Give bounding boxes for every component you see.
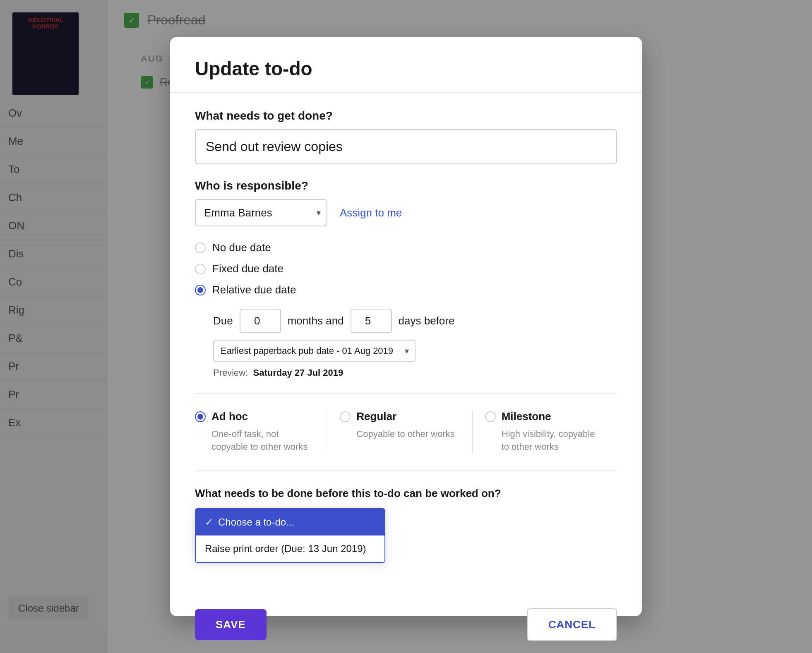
task-type-milestone-desc: High visibility, copyable to other works: [502, 428, 605, 454]
prereq-dropdown-wrapper: ✓ Choose a to-do... Raise print order (D…: [195, 508, 385, 563]
modal-title: Update to-do: [195, 58, 617, 80]
prereq-option-choose-label: Choose a to-do...: [218, 516, 294, 528]
task-type-regular-col: Regular Copyable to other works: [327, 410, 472, 454]
relative-date-row: Due months and days before Earliest pape…: [213, 309, 617, 362]
prereq-dropdown: ✓ Choose a to-do... Raise print order (D…: [195, 508, 385, 563]
responsible-section: Who is responsible? Emma Barnes John Smi…: [195, 179, 617, 226]
prereq-label: What needs to be done before this to-do …: [195, 487, 617, 500]
task-type-milestone-col: Milestone High visibility, copyable to o…: [473, 410, 617, 454]
update-todo-modal: Update to-do What needs to get done? Who…: [170, 37, 642, 616]
preview-label: Preview:: [213, 367, 248, 378]
task-type-adhoc-col: Ad hoc One-off task, not copyable to oth…: [195, 410, 327, 454]
person-select-wrapper: Emma Barnes John Smith Sarah Lee ▾: [195, 199, 327, 226]
task-type-section: Ad hoc One-off task, not copyable to oth…: [195, 393, 617, 471]
radio-milestone-indicator: [485, 411, 496, 422]
date-reference-select[interactable]: Earliest paperback pub date - 01 Aug 201…: [213, 340, 416, 362]
task-type-regular-desc: Copyable to other works: [356, 428, 459, 441]
radio-no-due-date[interactable]: No due date: [195, 241, 617, 254]
prereq-option-choose[interactable]: ✓ Choose a to-do...: [196, 509, 384, 535]
responsible-row: Emma Barnes John Smith Sarah Lee ▾ Assig…: [195, 199, 617, 226]
modal-header: Update to-do: [170, 37, 642, 93]
radio-regular-indicator: [340, 411, 351, 422]
task-description-section: What needs to get done?: [195, 109, 617, 164]
radio-relative-due-date-indicator: [195, 285, 206, 295]
task-type-milestone-header[interactable]: Milestone: [485, 410, 605, 423]
preview-text: Preview: Saturday 27 Jul 2019: [213, 367, 617, 378]
cancel-button[interactable]: CANCEL: [527, 608, 617, 641]
radio-relative-due-date[interactable]: Relative due date: [195, 283, 617, 296]
radio-fixed-due-date[interactable]: Fixed due date: [195, 262, 617, 275]
task-type-milestone-title: Milestone: [502, 410, 551, 423]
assign-to-me-link[interactable]: Assign to me: [340, 206, 402, 219]
months-suffix-label: months and: [288, 314, 344, 327]
task-description-input[interactable]: [195, 129, 617, 164]
prereq-checkmark-icon: ✓: [205, 516, 213, 528]
radio-no-due-date-indicator: [195, 242, 206, 253]
task-type-adhoc-desc: One-off task, not copyable to other work…: [211, 428, 315, 454]
radio-fixed-due-date-label: Fixed due date: [212, 262, 283, 275]
task-type-adhoc-header[interactable]: Ad hoc: [195, 410, 315, 423]
radio-adhoc-indicator: [195, 411, 206, 422]
modal-footer: SAVE CANCEL: [170, 596, 642, 653]
date-reference-select-wrapper: Earliest paperback pub date - 01 Aug 201…: [213, 340, 416, 362]
days-input[interactable]: [351, 309, 392, 333]
task-type-regular-title: Regular: [356, 410, 396, 423]
months-input[interactable]: [240, 309, 281, 333]
task-description-label: What needs to get done?: [195, 109, 617, 122]
task-type-adhoc-title: Ad hoc: [211, 410, 248, 423]
modal-body: What needs to get done? Who is responsib…: [170, 93, 642, 596]
days-suffix-label: days before: [399, 314, 455, 327]
due-prefix-label: Due: [213, 314, 233, 327]
save-button[interactable]: SAVE: [195, 609, 267, 640]
prereq-section: What needs to be done before this to-do …: [195, 487, 617, 564]
due-date-radio-group: No due date Fixed due date Relative due …: [195, 241, 617, 296]
responsible-label: Who is responsible?: [195, 179, 617, 192]
radio-no-due-date-label: No due date: [212, 241, 271, 254]
due-date-section: No due date Fixed due date Relative due …: [195, 241, 617, 378]
person-select[interactable]: Emma Barnes John Smith Sarah Lee: [195, 199, 327, 226]
modal-backdrop: Update to-do What needs to get done? Who…: [0, 0, 812, 653]
radio-fixed-due-date-indicator: [195, 264, 206, 274]
radio-relative-due-date-label: Relative due date: [212, 283, 296, 296]
task-type-regular-header[interactable]: Regular: [340, 410, 459, 423]
prereq-option-raise-print-label: Raise print order (Due: 13 Jun 2019): [205, 543, 366, 555]
preview-date: Saturday 27 Jul 2019: [253, 367, 344, 378]
prereq-option-raise-print[interactable]: Raise print order (Due: 13 Jun 2019): [196, 535, 384, 562]
